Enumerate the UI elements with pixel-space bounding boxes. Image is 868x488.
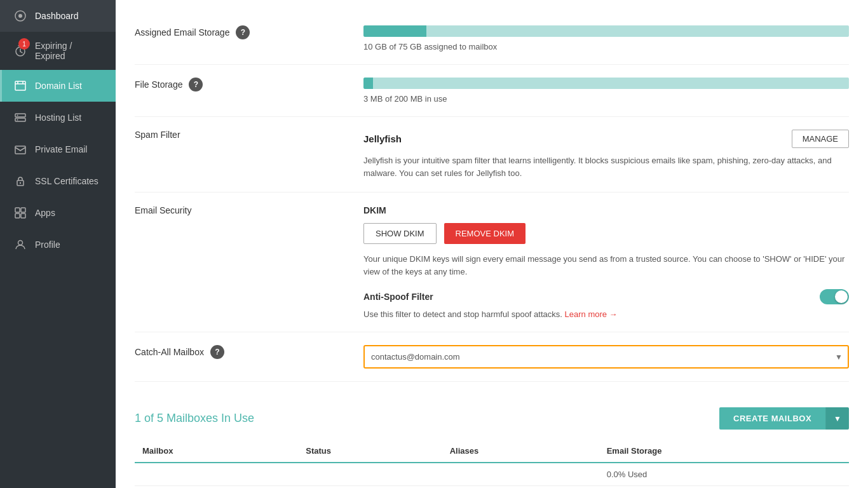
create-mailbox-group: CREATE MAILBOX ▼ <box>719 407 849 430</box>
sidebar-item-profile[interactable]: Profile <box>0 229 116 261</box>
assigned-email-storage-progress-bar-container <box>363 25 849 37</box>
hosting-list-icon <box>13 111 27 125</box>
sidebar: Dashboard Expiring / Expired 1 Domain Li… <box>0 0 116 488</box>
dkim-description: Your unique DKIM keys will sign every em… <box>363 253 849 278</box>
mailboxes-header: 1 of 5 Mailboxes In Use CREATE MAILBOX ▼ <box>135 407 849 430</box>
aliases-col-header: Aliases <box>442 440 599 463</box>
sidebar-item-apps[interactable]: Apps <box>0 197 116 229</box>
email-security-label: Email Security <box>135 205 351 215</box>
main-content: Assigned Email Storage ? 10 GB of 75 GB … <box>116 0 868 488</box>
svg-point-6 <box>17 115 18 116</box>
sidebar-item-domain-list[interactable]: Domain List <box>0 70 116 102</box>
file-storage-progress-bar <box>363 78 373 89</box>
assigned-email-storage-help[interactable]: ? <box>236 25 250 39</box>
svg-rect-12 <box>21 208 25 212</box>
catch-all-content: contactus@domain.com ▼ <box>363 345 849 369</box>
status-col-header: Status <box>298 440 442 463</box>
email-storage-col-header: Email Storage <box>599 440 849 463</box>
anti-spoof-header: Anti-Spoof Filter <box>363 289 849 304</box>
sidebar-item-label: Hosting List <box>35 112 81 123</box>
svg-point-7 <box>17 119 18 121</box>
spam-filter-section: Spam Filter Jellyfish MANAGE Jellyfish i… <box>135 117 849 193</box>
svg-rect-13 <box>15 214 20 218</box>
svg-rect-14 <box>21 214 25 218</box>
anti-spoof-title: Anti-Spoof Filter <box>363 292 433 302</box>
assigned-email-storage-text: 10 GB of 75 GB assigned to mailbox <box>363 42 849 51</box>
mailbox-table: Mailbox Status Aliases Email Storage 0.0… <box>135 440 849 486</box>
dkim-buttons: SHOW DKIM REMOVE DKIM <box>363 223 849 244</box>
anti-spoof-learn-more-link[interactable]: Learn more → <box>565 309 618 319</box>
svg-rect-4 <box>15 114 25 117</box>
assigned-email-storage-content: 10 GB of 75 GB assigned to mailbox <box>363 25 849 51</box>
apps-icon <box>13 206 27 220</box>
expiring-badge: 1 <box>18 38 30 50</box>
catch-all-help[interactable]: ? <box>210 345 224 359</box>
dkim-title: DKIM <box>363 205 849 215</box>
status-cell <box>298 463 442 486</box>
svg-rect-11 <box>15 208 20 212</box>
dashboard-icon <box>13 9 27 23</box>
manage-spam-filter-button[interactable]: MANAGE <box>792 130 849 148</box>
sidebar-item-label: SSL Certificates <box>35 176 98 186</box>
spam-filter-label: Spam Filter <box>135 130 351 140</box>
anti-spoof-toggle[interactable] <box>820 289 849 304</box>
catch-all-select-wrapper: contactus@domain.com ▼ <box>363 345 849 369</box>
file-storage-content: 3 MB of 200 MB in use <box>363 78 849 104</box>
catch-all-section: Catch-All Mailbox ? contactus@domain.com… <box>135 332 849 382</box>
file-storage-help[interactable]: ? <box>189 78 203 92</box>
mailbox-table-header-row: Mailbox Status Aliases Email Storage <box>135 440 849 463</box>
svg-point-15 <box>18 241 23 245</box>
catch-all-select[interactable]: contactus@domain.com <box>363 345 849 369</box>
table-row: 0.0% Used <box>135 463 849 486</box>
mailbox-cell <box>135 463 298 486</box>
mailboxes-section: 1 of 5 Mailboxes In Use CREATE MAILBOX ▼… <box>116 395 868 486</box>
sidebar-item-hosting-list[interactable]: Hosting List <box>0 102 116 133</box>
anti-spoof-description: Use this filter to detect and stop harmf… <box>363 309 618 319</box>
create-mailbox-button[interactable]: CREATE MAILBOX <box>719 407 825 430</box>
spam-filter-content: Jellyfish MANAGE Jellyfish is your intui… <box>363 130 849 179</box>
profile-icon <box>13 238 27 252</box>
assigned-email-storage-label: Assigned Email Storage ? <box>135 25 351 39</box>
domain-list-icon <box>13 79 27 93</box>
spam-filter-title: Jellyfish <box>363 133 402 144</box>
aliases-cell <box>442 463 599 486</box>
sidebar-item-label: Domain List <box>35 81 82 91</box>
assigned-email-storage-progress-bar <box>363 25 426 37</box>
create-mailbox-dropdown-button[interactable]: ▼ <box>825 407 849 430</box>
mailboxes-title: 1 of 5 Mailboxes In Use <box>135 412 254 425</box>
sidebar-item-ssl[interactable]: SSL Certificates <box>0 165 116 197</box>
file-storage-text: 3 MB of 200 MB in use <box>363 94 849 104</box>
ssl-icon <box>13 174 27 188</box>
svg-rect-5 <box>15 118 25 121</box>
storage-cell: 0.0% Used <box>599 463 849 486</box>
sidebar-item-dashboard[interactable]: Dashboard <box>0 0 116 32</box>
sidebar-item-expiring[interactable]: Expiring / Expired 1 <box>0 32 116 70</box>
mailbox-col-header: Mailbox <box>135 440 298 463</box>
svg-point-1 <box>18 14 22 18</box>
sidebar-item-private-email[interactable]: Private Email <box>0 133 116 165</box>
sidebar-item-label: Apps <box>35 208 55 218</box>
private-email-icon <box>13 142 27 156</box>
sidebar-item-label: Dashboard <box>35 11 79 21</box>
sidebar-item-label: Expiring / Expired <box>35 41 104 61</box>
email-security-section: Email Security DKIM SHOW DKIM REMOVE DKI… <box>135 193 849 332</box>
assigned-email-storage-section: Assigned Email Storage ? 10 GB of 75 GB … <box>135 13 849 65</box>
remove-dkim-button[interactable]: REMOVE DKIM <box>444 223 526 244</box>
svg-rect-8 <box>15 146 25 154</box>
file-storage-section: File Storage ? 3 MB of 200 MB in use <box>135 65 849 117</box>
show-dkim-button[interactable]: SHOW DKIM <box>363 223 437 244</box>
sidebar-item-label: Private Email <box>35 144 87 154</box>
anti-spoof-section: Anti-Spoof Filter Use this filter to det… <box>363 289 849 319</box>
sidebar-item-label: Profile <box>35 240 60 250</box>
spam-filter-header: Jellyfish MANAGE <box>363 130 849 148</box>
email-security-content: DKIM SHOW DKIM REMOVE DKIM Your unique D… <box>363 205 849 319</box>
svg-rect-3 <box>15 81 25 90</box>
file-storage-label: File Storage ? <box>135 78 351 92</box>
spam-filter-description: Jellyfish is your intuitive spam filter … <box>363 154 849 179</box>
svg-point-10 <box>20 182 21 184</box>
catch-all-label: Catch-All Mailbox ? <box>135 345 351 359</box>
file-storage-progress-bar-container <box>363 78 849 89</box>
